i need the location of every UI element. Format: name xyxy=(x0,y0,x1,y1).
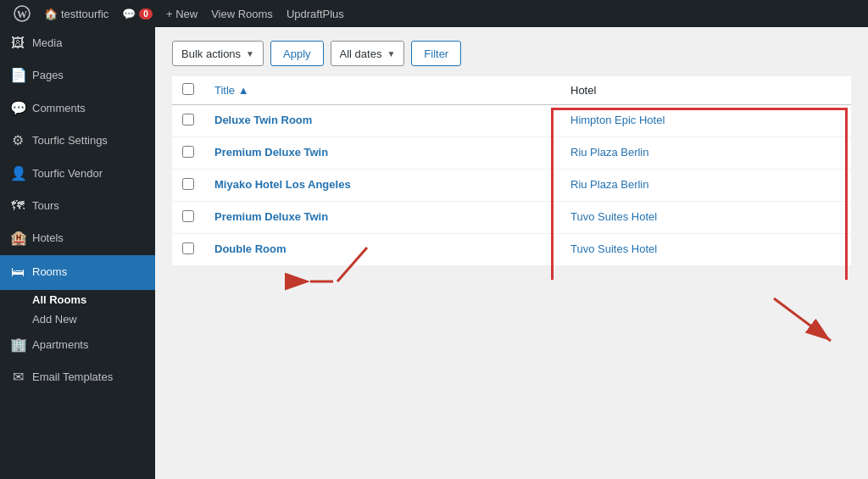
comment-count: 0 xyxy=(139,8,153,19)
row-checkbox-cell xyxy=(172,105,204,137)
sidebar-label-tourfic-vendor: Tourfic Vendor xyxy=(32,166,103,181)
sidebar-sub-all-rooms[interactable]: All Rooms xyxy=(0,290,155,309)
sidebar-label-email-templates: Email Templates xyxy=(32,370,113,385)
updraft-label: UpdraftPlus xyxy=(287,8,344,20)
bulk-actions-label: Bulk actions xyxy=(181,47,241,60)
apply-label: Apply xyxy=(283,47,311,60)
all-rooms-label: All Rooms xyxy=(32,293,86,306)
toolbar: Bulk actions ▼ Apply All dates ▼ Filter xyxy=(172,41,851,66)
sidebar-label-media: Media xyxy=(32,36,62,51)
updraft-item[interactable]: UpdraftPlus xyxy=(280,0,351,27)
sidebar-label-apartments: Apartments xyxy=(32,337,88,353)
row-title-link[interactable]: Premium Deluxe Twin xyxy=(214,210,550,223)
row-hotel-cell: Tuvo Suites Hotel xyxy=(560,202,851,234)
row-checkbox-cell xyxy=(172,170,204,202)
add-new-label: Add New xyxy=(32,313,77,326)
media-icon: 🖼 xyxy=(10,34,25,53)
row-title-link[interactable]: Premium Deluxe Twin xyxy=(214,146,550,159)
table-row: Premium Deluxe Twin Edit | Quick Edit | … xyxy=(172,137,851,170)
row-checkbox-cell xyxy=(172,137,204,170)
bulk-actions-dropdown[interactable]: Bulk actions ▼ xyxy=(172,41,264,66)
table-header-row: Title ▲ Hotel xyxy=(172,76,851,105)
row-checkbox[interactable] xyxy=(182,146,194,158)
view-rooms-item[interactable]: View Rooms xyxy=(204,0,280,27)
sidebar-item-hotels[interactable]: 🏨 Hotels xyxy=(0,222,155,254)
all-dates-dropdown[interactable]: All dates ▼ xyxy=(331,41,405,66)
all-dates-chevron-icon: ▼ xyxy=(387,49,395,58)
row-title-link[interactable]: Miyako Hotel Los Angeles xyxy=(214,178,550,191)
sort-icon: ▲ xyxy=(238,84,249,97)
comment-icon: 💬 xyxy=(122,8,136,20)
main-content: Bulk actions ▼ Apply All dates ▼ Filter xyxy=(155,27,868,280)
sidebar-item-rooms[interactable]: 🛏 Rooms xyxy=(0,255,155,290)
row-checkbox[interactable] xyxy=(182,178,194,190)
row-checkbox-cell xyxy=(172,234,204,266)
title-header-label: Title xyxy=(214,84,235,97)
row-hotel-cell: Tuvo Suites Hotel xyxy=(560,234,851,266)
admin-bar: W 🏠 testtourfic 💬 0 + New View Rooms Upd… xyxy=(0,0,868,27)
table-wrapper: Title ▲ Hotel Deluxe Twin Room Ed xyxy=(172,76,851,266)
hotel-link[interactable]: Riu Plaza Berlin xyxy=(570,178,649,191)
comments-item[interactable]: 💬 0 xyxy=(115,0,159,27)
sidebar-item-email-templates[interactable]: ✉ Email Templates xyxy=(0,361,155,393)
sidebar-label-tourfic-settings: Tourfic Settings xyxy=(32,133,108,148)
row-checkbox[interactable] xyxy=(182,114,194,125)
hotel-header: Hotel xyxy=(560,76,851,105)
pages-icon: 📄 xyxy=(10,66,25,85)
sidebar-item-tourfic-settings[interactable]: ⚙ Tourfic Settings xyxy=(0,125,155,157)
row-title-cell: Premium Deluxe Twin Edit | Quick Edit | … xyxy=(204,202,560,234)
apply-button[interactable]: Apply xyxy=(270,41,324,66)
sidebar-item-tourfic-vendor[interactable]: 👤 Tourfic Vendor xyxy=(0,158,155,190)
sidebar-item-apartments[interactable]: 🏢 Apartments xyxy=(0,329,155,361)
sidebar-label-tours: Tours xyxy=(32,198,59,214)
hotel-link[interactable]: Tuvo Suites Hotel xyxy=(570,210,657,223)
row-title-link[interactable]: Deluxe Twin Room xyxy=(214,114,550,126)
row-checkbox[interactable] xyxy=(182,242,194,254)
main-wrapper: Bulk actions ▼ Apply All dates ▼ Filter xyxy=(155,27,868,479)
tourfic-vendor-icon: 👤 xyxy=(10,164,25,183)
rooms-icon: 🛏 xyxy=(10,263,25,281)
row-hotel-cell: Riu Plaza Berlin xyxy=(560,137,851,170)
row-title-cell: Double Room Edit | Quick Edit | Trash | … xyxy=(204,234,560,266)
wp-logo-icon: W xyxy=(14,5,31,22)
new-item[interactable]: + New xyxy=(159,0,204,27)
row-title-cell: Miyako Hotel Los Angeles Edit | Quick Ed… xyxy=(204,170,560,202)
sidebar-item-comments[interactable]: 💬 Comments xyxy=(0,92,155,125)
site-name-item[interactable]: 🏠 testtourfic xyxy=(37,0,115,27)
sidebar-item-pages[interactable]: 📄 Pages xyxy=(0,59,155,92)
row-checkbox[interactable] xyxy=(182,210,194,222)
bulk-actions-chevron-icon: ▼ xyxy=(246,49,254,58)
home-icon: 🏠 xyxy=(44,8,58,20)
title-header[interactable]: Title ▲ xyxy=(204,76,560,105)
filter-label: Filter xyxy=(424,47,448,60)
tourfic-settings-icon: ⚙ xyxy=(10,131,25,150)
all-dates-label: All dates xyxy=(340,47,382,60)
row-hotel-cell: Himpton Epic Hotel xyxy=(560,105,851,137)
filter-button[interactable]: Filter xyxy=(411,41,461,66)
view-rooms-label: View Rooms xyxy=(211,8,273,20)
svg-text:W: W xyxy=(17,8,27,20)
new-label: + New xyxy=(166,8,198,20)
hotel-link[interactable]: Tuvo Suites Hotel xyxy=(570,242,657,255)
sidebar-label-rooms: Rooms xyxy=(32,265,67,280)
hotel-link[interactable]: Riu Plaza Berlin xyxy=(570,146,649,159)
hotel-link[interactable]: Himpton Epic Hotel xyxy=(570,114,665,126)
sidebar-label-comments: Comments xyxy=(32,101,86,116)
sidebar-item-tours[interactable]: 🗺 Tours xyxy=(0,190,155,222)
row-title-cell: Premium Deluxe Twin Edit | Quick Edit | … xyxy=(204,137,560,170)
row-title-link[interactable]: Double Room xyxy=(214,242,550,255)
row-hotel-cell: Riu Plaza Berlin xyxy=(560,170,851,202)
sidebar: 🖼 Media 📄 Pages 💬 Comments ⚙ Tourfic Set… xyxy=(0,27,155,479)
hotel-header-label: Hotel xyxy=(570,84,596,97)
svg-line-6 xyxy=(774,298,831,341)
sidebar-item-media[interactable]: 🖼 Media xyxy=(0,27,155,59)
row-checkbox-cell xyxy=(172,202,204,234)
table-row: Deluxe Twin Room Edit | Quick Edit | Tra… xyxy=(172,105,851,137)
sidebar-sub-add-new[interactable]: Add New xyxy=(0,309,155,329)
select-all-checkbox[interactable] xyxy=(182,83,194,95)
wp-logo-item[interactable]: W xyxy=(7,0,37,27)
row-title-cell: Deluxe Twin Room Edit | Quick Edit | Tra… xyxy=(204,105,560,137)
site-name: testtourfic xyxy=(61,8,108,20)
rooms-table: Title ▲ Hotel Deluxe Twin Room Ed xyxy=(172,76,851,266)
sidebar-label-pages: Pages xyxy=(32,68,64,83)
